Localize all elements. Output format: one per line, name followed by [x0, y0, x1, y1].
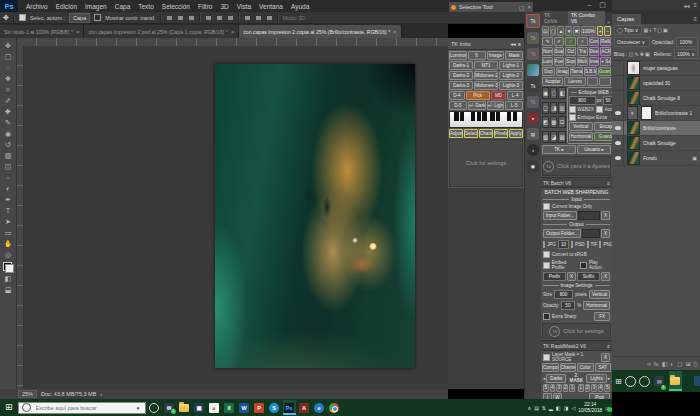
minimize-icon[interactable]: –	[587, 1, 591, 9]
mail-app-icon[interactable]: ✉1	[163, 400, 176, 415]
edge-icon[interactable]: e	[313, 400, 326, 415]
blend-mode-dropdown[interactable]: Oscurecer ∨	[614, 37, 650, 47]
ybtn-pixels[interactable]: Pixels	[494, 129, 508, 138]
taskbar-search[interactable]: ♦	[18, 402, 146, 414]
tbtn-tk-[interactable]: TK ▸	[542, 145, 576, 154]
desat-button[interactable]: Desat	[589, 47, 600, 56]
zoom-tool-icon[interactable]: ◎	[5, 249, 11, 260]
lpico--[interactable]: ◧	[662, 360, 668, 367]
mgi--[interactable]: ◪	[550, 131, 557, 143]
open-folder-icon[interactable]: ▤	[542, 26, 549, 36]
layer-name[interactable]: mujer paraguas	[643, 65, 678, 71]
canvas-area[interactable]	[17, 46, 448, 389]
menu-item-imagen[interactable]: Imagen	[81, 3, 111, 10]
blur-tool-icon[interactable]: ◦	[7, 172, 9, 183]
layer-name[interactable]: Brillo/contraste	[643, 125, 676, 131]
tray-icon[interactable]: ◨	[564, 405, 569, 411]
tbtn-l-5[interactable]: L-5	[505, 101, 523, 110]
mgi--[interactable]: ◨	[550, 102, 557, 114]
small-button[interactable]	[587, 77, 599, 86]
photos-app-icon[interactable]: ▣	[193, 400, 206, 415]
healing-tool-icon[interactable]: ✚	[5, 106, 11, 117]
layer-row[interactable]: Chalk Smudge	[612, 136, 700, 151]
align-left-icon[interactable]	[167, 16, 172, 20]
tab-capas[interactable]: Capas	[612, 14, 641, 24]
mgi--[interactable]: ▦	[550, 116, 557, 128]
layer-thumbnail[interactable]	[627, 136, 640, 150]
jpg-checkbox[interactable]	[543, 241, 545, 248]
tab-tk-combo[interactable]: TK Combo V6	[568, 11, 605, 25]
menu-item-vista[interactable]: Vista	[233, 3, 255, 10]
mult-button[interactable]: Mult	[577, 57, 588, 66]
tbtn-usuario-[interactable]: Usuario ▸	[577, 145, 611, 154]
fill-dropdown[interactable]: 100% ∨	[674, 49, 698, 59]
mgi--[interactable]: ▥	[558, 102, 565, 114]
output-folder-field[interactable]	[582, 229, 600, 238]
batch-vertical-button[interactable]: Vertical	[589, 290, 610, 299]
start-button[interactable]: ⊞	[2, 399, 16, 416]
shape-tool-icon[interactable]: ▭	[5, 227, 12, 238]
collapse-icon[interactable]: ◂◂	[683, 2, 689, 9]
suave-button[interactable]: Suave	[554, 47, 565, 56]
visibility-toggle[interactable]	[612, 76, 624, 90]
darks-button[interactable]: Darks	[546, 374, 566, 383]
close-icon[interactable]: ×	[393, 29, 397, 35]
jpg-quality-field[interactable]: 10	[558, 240, 569, 249]
tbtn-darks-2[interactable]: Darks-2	[449, 71, 473, 80]
layer-thumbnail[interactable]	[627, 151, 640, 165]
move-tool-icon[interactable]: ✥	[3, 14, 9, 22]
distribute-v-icon[interactable]	[256, 16, 261, 20]
ocl-button[interactable]: Ocl	[565, 47, 576, 56]
lock-icons[interactable]: ◫✎✥▣	[629, 51, 651, 57]
tk-intro-tab[interactable]: TK Intro ◂◂ ≡	[448, 38, 524, 50]
panel-menu-icon[interactable]: ≡	[518, 41, 521, 47]
tif-checkbox[interactable]	[587, 241, 589, 248]
close-view-icon[interactable]: ✖	[573, 26, 580, 36]
clear-prefix-button[interactable]: X	[567, 272, 576, 281]
tbtn--lights[interactable]: +/- Lights	[487, 101, 505, 110]
d4-button[interactable]: D-4	[449, 91, 465, 100]
brush-black-icon[interactable]: ✎	[542, 37, 553, 46]
output-folder-button[interactable]: Output Folder...	[543, 229, 581, 238]
arrow-down-icon[interactable]: ▼	[565, 26, 572, 36]
invertir-button[interactable]: Invertir	[589, 57, 600, 66]
layer-row[interactable]: ◐ Brillo/contraste 1	[612, 106, 700, 121]
menu-item-archivo[interactable]: Archivo	[22, 3, 52, 10]
vlc-icon[interactable]: ▲	[208, 400, 221, 415]
document-image[interactable]	[215, 64, 415, 368]
visibility-toggle[interactable]	[612, 61, 624, 75]
quick-mask-icon[interactable]: ◧	[5, 273, 12, 284]
lpico--[interactable]: ▢	[677, 360, 683, 367]
moon-module-icon[interactable]: ◗	[527, 144, 539, 156]
mgi--[interactable]: ▢	[542, 102, 549, 114]
check-icon[interactable]: ✓	[565, 37, 576, 46]
tray-icon[interactable]: ◁	[571, 405, 575, 411]
align-bottom-icon[interactable]	[228, 16, 233, 20]
tbtn-darks-1[interactable]: Darks-1	[449, 61, 473, 70]
lpico--[interactable]: ∞	[647, 361, 651, 367]
square-module-icon[interactable]: ▣	[527, 160, 539, 172]
powerpoint-icon[interactable]: P	[253, 400, 266, 415]
embed-profile-checkbox[interactable]	[543, 262, 550, 269]
num-3[interactable]: 3	[556, 384, 562, 392]
background-color-swatch[interactable]	[5, 264, 14, 273]
skype-icon[interactable]: S	[268, 400, 281, 415]
folder-module-icon[interactable]: ▤	[527, 128, 539, 140]
document-tab[interactable]: Sin título-1 al 100% (RGB/8) * ×	[0, 25, 84, 38]
crop-tool-icon[interactable]: ⌗	[6, 84, 10, 95]
suffix-field[interactable]: Suffix	[577, 272, 600, 281]
arrow-left-icon[interactable]: ◂	[543, 376, 545, 381]
layer-name[interactable]: opacidad 30	[643, 80, 670, 86]
clear-output-button[interactable]: X	[601, 229, 610, 238]
l4-button[interactable]: L-4	[507, 91, 523, 100]
acople-checkbox[interactable]	[596, 106, 603, 113]
menu-item-ventana[interactable]: Ventana	[255, 3, 287, 10]
num-4[interactable]: 4	[550, 384, 556, 392]
tk-module-icon[interactable]: Tk	[527, 32, 539, 44]
pen-tool-icon[interactable]: ✒	[5, 194, 11, 205]
align-right-icon[interactable]	[189, 16, 194, 20]
sbm-button[interactable]: S.B.M	[584, 67, 597, 76]
batch-settings-area[interactable]: Tk Click for settings	[542, 323, 611, 339]
filter-kind-icons[interactable]: ▦◐T▢▣	[644, 27, 669, 33]
tk-batch-header[interactable]: TK Batch V6≡	[541, 177, 612, 188]
